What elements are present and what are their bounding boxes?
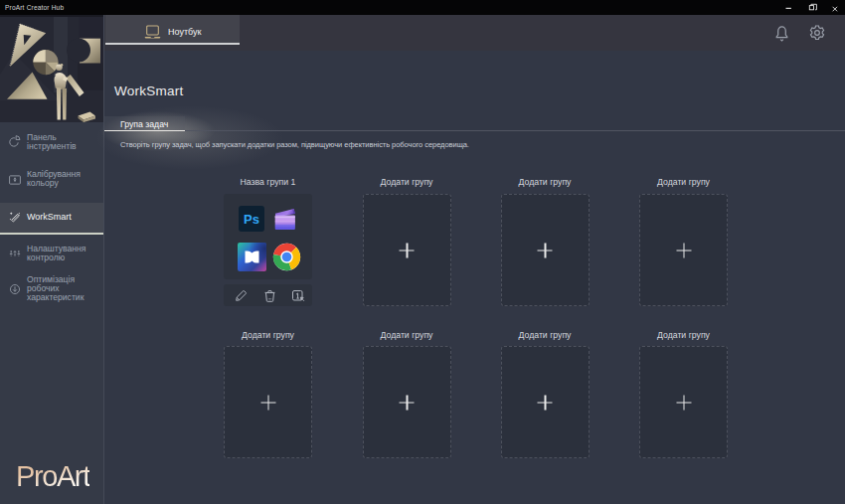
svg-text:Ps: Ps [244, 212, 259, 227]
